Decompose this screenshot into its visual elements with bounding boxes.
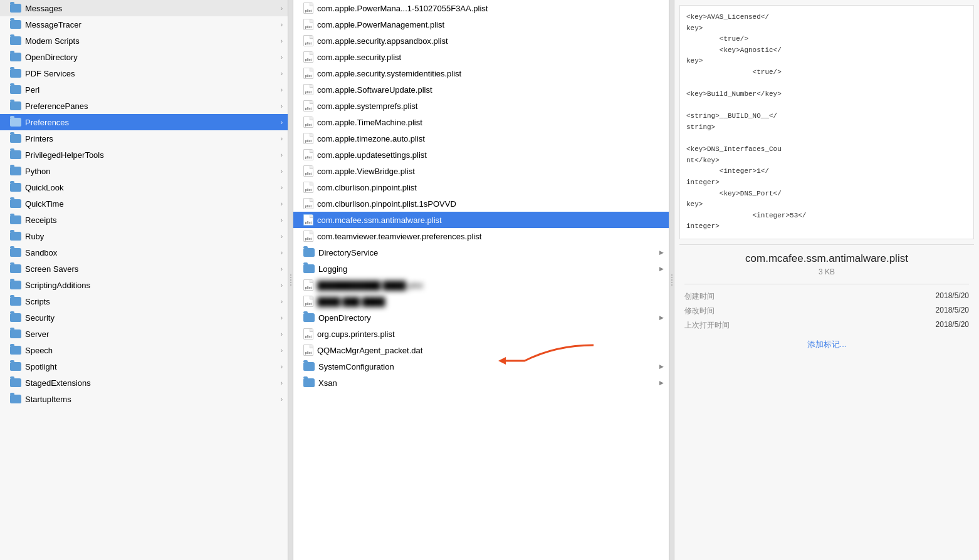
file-icon: plist: [303, 231, 313, 242]
col1-item-spotlight[interactable]: Spotlight›: [0, 358, 288, 375]
folder-icon: [10, 36, 21, 45]
file-info-value: 2018/5/20: [936, 320, 969, 331]
col1-item-messages[interactable]: Messages›: [0, 0, 288, 16]
col1-item-pdf-services[interactable]: PDF Services›: [0, 65, 288, 81]
col2-item-15[interactable]: DirectoryService▶: [293, 244, 669, 261]
folder-icon: [10, 134, 21, 143]
col2-item-20[interactable]: plistorg.cups.printers.plist: [293, 326, 669, 342]
col2-item-23[interactable]: Xsan▶: [293, 375, 669, 391]
add-tag-link[interactable]: 添加标记...: [684, 339, 969, 350]
col2-item-10[interactable]: plistcom.apple.ViewBridge.plist: [293, 163, 669, 179]
folder-icon: [10, 167, 21, 175]
resize-handle-2[interactable]: [669, 0, 674, 560]
col2-item-12[interactable]: plistcom.clburlison.pinpoint.plist.1sPOV…: [293, 195, 669, 212]
col2-item-1[interactable]: plistcom.apple.PowerManagement.plist: [293, 16, 669, 33]
chevron-right-icon: ›: [281, 266, 283, 272]
col1-item-opendirectory[interactable]: OpenDirectory›: [0, 49, 288, 65]
col2-item-21[interactable]: plistQQMacMgrAgent_packet.dat: [293, 342, 669, 358]
file-icon: plist: [303, 296, 313, 307]
col2-item-9[interactable]: plistcom.apple.updatesettings.plist: [293, 147, 669, 163]
col2-item-label: com.mcafee.ssm.antimalware.plist: [317, 215, 664, 225]
col1-item-quicktime[interactable]: QuickTime›: [0, 195, 288, 212]
col1-item-privilegedhelpertools[interactable]: PrivilegedHelperTools›: [0, 147, 288, 163]
col1-item-quicklook[interactable]: QuickLook›: [0, 179, 288, 195]
folder-icon: [10, 248, 21, 257]
col1-item-python[interactable]: Python›: [0, 163, 288, 179]
col1-item-sandbox[interactable]: Sandbox›: [0, 244, 288, 261]
col2-item-label: com.clburlison.pinpoint.plist: [317, 183, 664, 192]
file-info-panel: com.mcafee.ssm.antimalware.plist3 KB创建时间…: [674, 245, 979, 358]
item-label: Python: [25, 167, 281, 176]
col1-item-preferences[interactable]: Preferences›: [0, 114, 288, 130]
folder-icon: [10, 281, 21, 289]
folder-icon: [10, 362, 21, 371]
item-label: Scripts: [25, 297, 281, 306]
col2-item-3[interactable]: plistcom.apple.security.plist: [293, 49, 669, 65]
folder-icon: [10, 346, 21, 355]
col2-item-7[interactable]: plistcom.apple.TimeMachine.plist: [293, 114, 669, 130]
col2-item-18[interactable]: plist████ ███ ████: [293, 293, 669, 309]
col2-item-label: DirectoryService: [318, 248, 659, 257]
file-icon: plist: [303, 165, 313, 177]
col2-item-label: ████ ███ ████: [317, 297, 664, 306]
file-icon: plist: [303, 214, 313, 226]
chevron-right-icon: ›: [281, 314, 283, 321]
col1-item-receipts[interactable]: Receipts›: [0, 212, 288, 228]
item-label: Spotlight: [25, 362, 281, 371]
col1-item-stagedextensions[interactable]: StagedExtensions›: [0, 375, 288, 391]
folder-icon: [10, 53, 21, 61]
col1-item-perl[interactable]: Perl›: [0, 81, 288, 98]
col2-item-11[interactable]: plistcom.clburlison.pinpoint.plist: [293, 179, 669, 195]
col2-item-4[interactable]: plistcom.apple.security.systemidentities…: [293, 65, 669, 81]
col1-item-speech[interactable]: Speech›: [0, 342, 288, 358]
folder-icon: [10, 297, 21, 306]
col1-item-modem-scripts[interactable]: Modem Scripts›: [0, 33, 288, 49]
col1-item-security[interactable]: Security›: [0, 309, 288, 326]
col2-item-label: com.clburlison.pinpoint.plist.1sPOVVD: [317, 199, 664, 209]
col1-item-scriptingadditions[interactable]: ScriptingAdditions›: [0, 277, 288, 293]
col2-item-5[interactable]: plistcom.apple.SoftwareUpdate.plist: [293, 81, 669, 98]
file-icon: plist: [303, 345, 313, 356]
col2-item-19[interactable]: OpenDirectory▶: [293, 309, 669, 326]
col2-item-label: com.apple.PowerMana...1-51027055F3AA.pli…: [317, 4, 664, 13]
col2-item-16[interactable]: Logging▶: [293, 261, 669, 277]
col1-item-preferencepanes[interactable]: PreferencePanes›: [0, 98, 288, 114]
folder-icon: [10, 183, 21, 192]
col2-item-13[interactable]: plistcom.mcafee.ssm.antimalware.plist: [293, 212, 669, 228]
col1-item-startupitems[interactable]: StartupItems›: [0, 391, 288, 407]
col1-sidebar[interactable]: Messages›MessageTracer›Modem Scripts›Ope…: [0, 0, 288, 560]
col2-item-22[interactable]: SystemConfiguration▶: [293, 358, 669, 375]
col2-item-label: Logging: [318, 264, 659, 274]
col1-item-ruby[interactable]: Ruby›: [0, 228, 288, 244]
item-label: Receipts: [25, 215, 281, 225]
item-label: StagedExtensions: [25, 378, 281, 388]
col2-file-list[interactable]: plistcom.apple.PowerMana...1-51027055F3A…: [293, 0, 669, 560]
folder-icon: [10, 150, 21, 159]
col2-item-label: Xsan: [318, 378, 659, 388]
folder-icon: [303, 362, 315, 371]
col1-item-messagetracer[interactable]: MessageTracer›: [0, 16, 288, 33]
col2-item-6[interactable]: plistcom.apple.systemprefs.plist: [293, 98, 669, 114]
col2-item-2[interactable]: plistcom.apple.security.appsandbox.plist: [293, 33, 669, 49]
col1-item-printers[interactable]: Printers›: [0, 130, 288, 147]
chevron-right-icon: ▶: [659, 266, 664, 272]
folder-icon: [10, 313, 21, 322]
item-label: ScriptingAdditions: [25, 281, 281, 290]
col2-item-14[interactable]: plistcom.teamviewer.teamviewer.preferenc…: [293, 228, 669, 244]
chevron-right-icon: ›: [281, 363, 283, 370]
col2-item-0[interactable]: plistcom.apple.PowerMana...1-51027055F3A…: [293, 0, 669, 16]
col1-item-server[interactable]: Server›: [0, 326, 288, 342]
file-icon: plist: [303, 19, 313, 30]
item-label: Security: [25, 313, 281, 323]
col1-item-screen-savers[interactable]: Screen Savers›: [0, 261, 288, 277]
folder-icon: [303, 248, 315, 257]
file-icon: plist: [303, 149, 313, 160]
folder-icon: [10, 232, 21, 241]
resize-handle-1[interactable]: [288, 0, 293, 560]
folder-icon: [303, 313, 315, 322]
col1-item-scripts[interactable]: Scripts›: [0, 293, 288, 309]
col2-item-8[interactable]: plistcom.apple.timezone.auto.plist: [293, 130, 669, 147]
folder-icon: [10, 395, 21, 403]
col2-item-17[interactable]: plist███████████ ████ plist: [293, 277, 669, 293]
col2-item-label: com.apple.ViewBridge.plist: [317, 167, 664, 176]
